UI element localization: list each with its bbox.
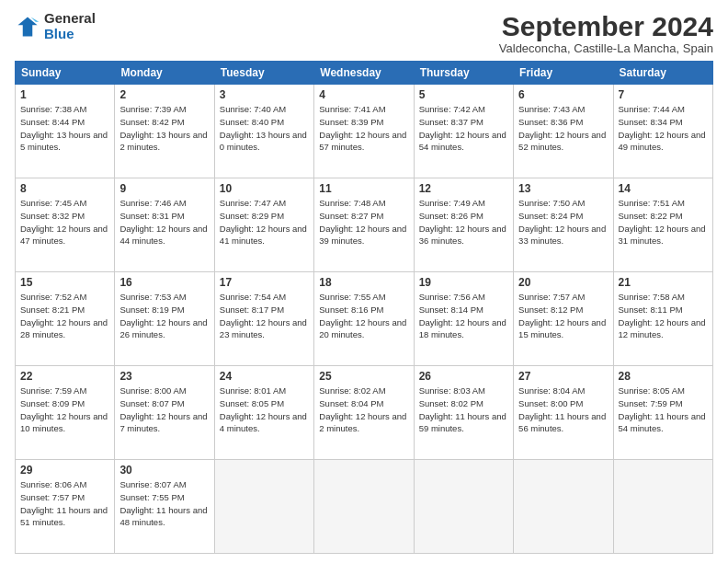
page: General Blue September 2024 Valdeconcha,… [0, 0, 728, 563]
day-info: Sunrise: 7:47 AMSunset: 8:29 PMDaylight:… [220, 197, 309, 247]
day-number: 27 [518, 370, 608, 383]
calendar-cell: 11Sunrise: 7:48 AMSunset: 8:27 PMDayligh… [314, 178, 414, 272]
day-number: 5 [419, 88, 508, 101]
calendar-cell: 15Sunrise: 7:52 AMSunset: 8:21 PMDayligh… [16, 272, 115, 366]
calendar-cell: 21Sunrise: 7:58 AMSunset: 8:11 PMDayligh… [613, 272, 712, 366]
logo: General Blue [15, 11, 96, 41]
day-info: Sunrise: 8:07 AMSunset: 7:55 PMDaylight:… [119, 478, 209, 529]
calendar-cell: 27Sunrise: 8:04 AMSunset: 8:00 PMDayligh… [514, 366, 613, 460]
calendar-cell: 14Sunrise: 7:51 AMSunset: 8:22 PMDayligh… [613, 178, 712, 272]
day-number: 23 [119, 370, 209, 383]
calendar-cell [613, 460, 712, 554]
calendar-week-5: 29Sunrise: 8:06 AMSunset: 7:57 PMDayligh… [16, 460, 713, 554]
day-number: 28 [619, 370, 708, 383]
day-number: 4 [319, 88, 408, 101]
calendar-cell: 1Sunrise: 7:38 AMSunset: 8:44 PMDaylight… [16, 85, 115, 178]
month-title: September 2024 [499, 11, 713, 41]
day-info: Sunrise: 7:53 AMSunset: 8:19 PMDaylight:… [119, 291, 209, 341]
day-number: 12 [419, 182, 508, 195]
calendar-cell: 6Sunrise: 7:43 AMSunset: 8:36 PMDaylight… [514, 85, 613, 178]
calendar-cell: 16Sunrise: 7:53 AMSunset: 8:19 PMDayligh… [115, 272, 214, 366]
day-info: Sunrise: 7:38 AMSunset: 8:44 PMDaylight:… [20, 103, 109, 154]
calendar-cell [214, 460, 313, 554]
day-info: Sunrise: 7:50 AMSunset: 8:24 PMDaylight:… [518, 197, 608, 247]
day-info: Sunrise: 8:02 AMSunset: 8:04 PMDaylight:… [319, 385, 408, 435]
calendar-cell: 20Sunrise: 7:57 AMSunset: 8:12 PMDayligh… [514, 272, 613, 366]
logo-blue-text: Blue [44, 27, 96, 42]
day-number: 14 [619, 182, 708, 195]
calendar-cell: 12Sunrise: 7:49 AMSunset: 8:26 PMDayligh… [414, 178, 513, 272]
day-number: 17 [220, 276, 309, 289]
calendar-cell: 17Sunrise: 7:54 AMSunset: 8:17 PMDayligh… [214, 272, 313, 366]
calendar-cell: 29Sunrise: 8:06 AMSunset: 7:57 PMDayligh… [16, 460, 115, 554]
day-info: Sunrise: 7:59 AMSunset: 8:09 PMDaylight:… [20, 385, 109, 435]
day-info: Sunrise: 7:56 AMSunset: 8:14 PMDaylight:… [419, 291, 508, 341]
day-info: Sunrise: 8:06 AMSunset: 7:57 PMDaylight:… [20, 478, 109, 529]
day-info: Sunrise: 7:52 AMSunset: 8:21 PMDaylight:… [20, 291, 109, 341]
calendar-cell: 7Sunrise: 7:44 AMSunset: 8:34 PMDaylight… [613, 85, 712, 178]
calendar-cell: 13Sunrise: 7:50 AMSunset: 8:24 PMDayligh… [514, 178, 613, 272]
day-info: Sunrise: 8:05 AMSunset: 7:59 PMDaylight:… [619, 385, 708, 435]
calendar-cell: 4Sunrise: 7:41 AMSunset: 8:39 PMDaylight… [314, 85, 414, 178]
day-number: 3 [220, 88, 309, 101]
calendar-week-2: 8Sunrise: 7:45 AMSunset: 8:32 PMDaylight… [16, 178, 713, 272]
day-info: Sunrise: 7:55 AMSunset: 8:16 PMDaylight:… [319, 291, 408, 341]
day-number: 15 [20, 276, 109, 289]
col-sunday: Sunday [16, 62, 115, 85]
calendar-cell: 19Sunrise: 7:56 AMSunset: 8:14 PMDayligh… [414, 272, 513, 366]
day-number: 8 [20, 182, 109, 195]
calendar-cell [514, 460, 613, 554]
header: General Blue September 2024 Valdeconcha,… [15, 11, 713, 55]
day-number: 1 [20, 88, 109, 101]
day-number: 9 [119, 182, 209, 195]
day-number: 6 [518, 88, 608, 101]
calendar-cell [414, 460, 513, 554]
day-number: 19 [419, 276, 508, 289]
day-info: Sunrise: 7:51 AMSunset: 8:22 PMDaylight:… [619, 197, 708, 247]
day-info: Sunrise: 7:57 AMSunset: 8:12 PMDaylight:… [518, 291, 608, 341]
location: Valdeconcha, Castille-La Mancha, Spain [499, 41, 713, 55]
day-info: Sunrise: 7:39 AMSunset: 8:42 PMDaylight:… [119, 103, 209, 154]
title-block: September 2024 Valdeconcha, Castille-La … [499, 11, 713, 55]
col-friday: Friday [514, 62, 613, 85]
calendar-cell: 24Sunrise: 8:01 AMSunset: 8:05 PMDayligh… [214, 366, 313, 460]
calendar-cell: 10Sunrise: 7:47 AMSunset: 8:29 PMDayligh… [214, 178, 313, 272]
day-info: Sunrise: 7:48 AMSunset: 8:27 PMDaylight:… [319, 197, 408, 247]
day-number: 30 [119, 464, 209, 477]
calendar-cell: 30Sunrise: 8:07 AMSunset: 7:55 PMDayligh… [115, 460, 214, 554]
calendar-table: Sunday Monday Tuesday Wednesday Thursday… [15, 61, 713, 554]
calendar-week-4: 22Sunrise: 7:59 AMSunset: 8:09 PMDayligh… [16, 366, 713, 460]
day-number: 2 [119, 88, 209, 101]
day-info: Sunrise: 8:01 AMSunset: 8:05 PMDaylight:… [220, 385, 309, 435]
day-info: Sunrise: 7:41 AMSunset: 8:39 PMDaylight:… [319, 103, 408, 154]
calendar-cell: 26Sunrise: 8:03 AMSunset: 8:02 PMDayligh… [414, 366, 513, 460]
day-info: Sunrise: 7:45 AMSunset: 8:32 PMDaylight:… [20, 197, 109, 247]
calendar-cell: 5Sunrise: 7:42 AMSunset: 8:37 PMDaylight… [414, 85, 513, 178]
day-number: 24 [220, 370, 309, 383]
calendar-cell [314, 460, 414, 554]
calendar-cell: 23Sunrise: 8:00 AMSunset: 8:07 PMDayligh… [115, 366, 214, 460]
col-tuesday: Tuesday [214, 62, 313, 85]
day-info: Sunrise: 7:58 AMSunset: 8:11 PMDaylight:… [619, 291, 708, 341]
day-info: Sunrise: 7:46 AMSunset: 8:31 PMDaylight:… [119, 197, 209, 247]
calendar-cell: 18Sunrise: 7:55 AMSunset: 8:16 PMDayligh… [314, 272, 414, 366]
header-row: Sunday Monday Tuesday Wednesday Thursday… [16, 62, 713, 85]
calendar-week-3: 15Sunrise: 7:52 AMSunset: 8:21 PMDayligh… [16, 272, 713, 366]
day-number: 10 [220, 182, 309, 195]
day-number: 26 [419, 370, 508, 383]
logo-icon [15, 14, 40, 40]
day-number: 25 [319, 370, 408, 383]
day-info: Sunrise: 8:04 AMSunset: 8:00 PMDaylight:… [518, 385, 608, 435]
day-number: 18 [319, 276, 408, 289]
day-number: 7 [619, 88, 708, 101]
day-number: 21 [619, 276, 708, 289]
calendar-cell: 3Sunrise: 7:40 AMSunset: 8:40 PMDaylight… [214, 85, 313, 178]
col-saturday: Saturday [613, 62, 712, 85]
day-info: Sunrise: 8:00 AMSunset: 8:07 PMDaylight:… [119, 385, 209, 435]
calendar-cell: 8Sunrise: 7:45 AMSunset: 8:32 PMDaylight… [16, 178, 115, 272]
calendar-week-1: 1Sunrise: 7:38 AMSunset: 8:44 PMDaylight… [16, 85, 713, 178]
day-number: 16 [119, 276, 209, 289]
logo-general-text: General [44, 11, 96, 27]
day-info: Sunrise: 7:43 AMSunset: 8:36 PMDaylight:… [518, 103, 608, 154]
calendar-cell: 22Sunrise: 7:59 AMSunset: 8:09 PMDayligh… [16, 366, 115, 460]
